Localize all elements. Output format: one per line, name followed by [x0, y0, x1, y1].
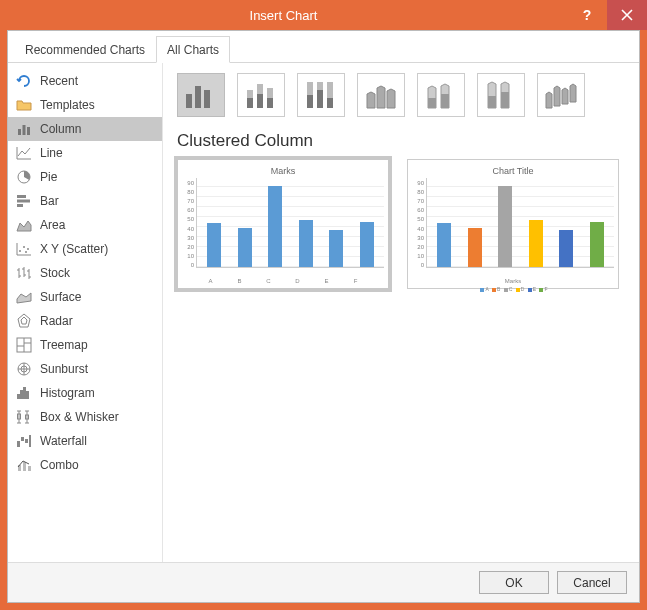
- sidebar-item-label: Bar: [40, 194, 59, 208]
- sidebar-item-label: Histogram: [40, 386, 95, 400]
- svg-point-10: [25, 251, 27, 253]
- sidebar-item-label: X Y (Scatter): [40, 242, 108, 256]
- chart-preview-1-title: Marks: [182, 166, 384, 176]
- sidebar-item-label: Surface: [40, 290, 81, 304]
- svg-rect-25: [23, 462, 26, 471]
- help-button[interactable]: ?: [567, 0, 607, 30]
- svg-rect-28: [195, 86, 201, 108]
- tab-all-charts[interactable]: All Charts: [156, 36, 230, 63]
- svg-rect-29: [204, 90, 210, 108]
- stacked-column-icon: [243, 80, 279, 110]
- svg-rect-33: [257, 94, 263, 108]
- pie-chart-icon: [16, 169, 32, 185]
- chart-preview-2-title: Chart Title: [412, 166, 614, 176]
- cancel-button[interactable]: Cancel: [557, 571, 627, 594]
- svg-point-8: [23, 246, 25, 248]
- chart-subtype-strip: [177, 73, 625, 117]
- chart-preview-2-plot: [426, 178, 614, 268]
- sidebar-item-treemap[interactable]: Treemap: [8, 333, 162, 357]
- box-whisker-chart-icon: [16, 409, 32, 425]
- column-3d-icon: [543, 80, 579, 110]
- sidebar-item-sunburst[interactable]: Sunburst: [8, 357, 162, 381]
- sidebar-item-label: Waterfall: [40, 434, 87, 448]
- sidebar-item-label: Templates: [40, 98, 95, 112]
- area-chart-icon: [16, 217, 32, 233]
- subtype-100-stacked-column[interactable]: [297, 73, 345, 117]
- svg-rect-35: [267, 98, 273, 108]
- sidebar-item-line[interactable]: Line: [8, 141, 162, 165]
- svg-rect-41: [327, 98, 333, 108]
- sidebar-item-stock[interactable]: Stock: [8, 261, 162, 285]
- combo-chart-icon: [16, 457, 32, 473]
- treemap-chart-icon: [16, 337, 32, 353]
- subtype-stacked-column[interactable]: [237, 73, 285, 117]
- sidebar-item-label: Treemap: [40, 338, 88, 352]
- svg-rect-37: [307, 95, 313, 108]
- sidebar-item-label: Combo: [40, 458, 79, 472]
- clustered-column-icon: [183, 80, 219, 110]
- svg-rect-21: [21, 437, 24, 441]
- sidebar-item-bar[interactable]: Bar: [8, 189, 162, 213]
- sidebar-item-templates[interactable]: Templates: [8, 93, 162, 117]
- sidebar-item-label: Stock: [40, 266, 70, 280]
- subtype-3d-100-stacked-column[interactable]: [477, 73, 525, 117]
- title-bar: Insert Chart ?: [0, 0, 647, 30]
- subtype-3d-clustered-column[interactable]: [357, 73, 405, 117]
- dialog-title: Insert Chart: [0, 8, 567, 23]
- sidebar-item-label: Recent: [40, 74, 78, 88]
- subtype-3d-column[interactable]: [537, 73, 585, 117]
- svg-rect-20: [17, 441, 20, 447]
- chart-previews: Marks 9080706050403020100: [177, 159, 625, 289]
- chart-preview-1[interactable]: Marks 9080706050403020100: [177, 159, 389, 289]
- stacked-column-3d-icon: [423, 80, 459, 110]
- radar-chart-icon: [16, 313, 32, 329]
- dialog-footer: OK Cancel: [8, 562, 639, 602]
- svg-rect-39: [317, 90, 323, 108]
- sidebar-item-surface[interactable]: Surface: [8, 285, 162, 309]
- svg-rect-22: [25, 439, 28, 443]
- sidebar-item-label: Radar: [40, 314, 73, 328]
- svg-rect-4: [17, 195, 26, 198]
- sidebar-item-radar[interactable]: Radar: [8, 309, 162, 333]
- svg-rect-5: [17, 200, 30, 203]
- sidebar-item-histogram[interactable]: Histogram: [8, 381, 162, 405]
- subtype-clustered-column[interactable]: [177, 73, 225, 117]
- sidebar-item-label: Area: [40, 218, 65, 232]
- scatter-chart-icon: [16, 241, 32, 257]
- svg-rect-26: [28, 466, 31, 471]
- sidebar-item-area[interactable]: Area: [8, 213, 162, 237]
- folder-icon: [16, 97, 32, 113]
- sidebar-item-xy[interactable]: X Y (Scatter): [8, 237, 162, 261]
- percent-stacked-column-icon: [303, 80, 339, 110]
- subtype-3d-stacked-column[interactable]: [417, 73, 465, 117]
- sidebar-item-waterfall[interactable]: Waterfall: [8, 429, 162, 453]
- svg-rect-17: [26, 391, 29, 399]
- sidebar-item-label: Sunburst: [40, 362, 88, 376]
- close-button[interactable]: [607, 0, 647, 30]
- sidebar-item-box[interactable]: Box & Whisker: [8, 405, 162, 429]
- sunburst-chart-icon: [16, 361, 32, 377]
- stock-chart-icon: [16, 265, 32, 281]
- sidebar-item-recent[interactable]: Recent: [8, 69, 162, 93]
- sidebar-item-combo[interactable]: Combo: [8, 453, 162, 477]
- ok-button[interactable]: OK: [479, 571, 549, 594]
- svg-rect-15: [20, 390, 23, 399]
- tab-recommended-charts[interactable]: Recommended Charts: [14, 36, 156, 63]
- sidebar-item-column[interactable]: Column: [8, 117, 162, 141]
- sidebar-item-label: Column: [40, 122, 81, 136]
- chart-preview-2-xlabel: Marks: [412, 278, 614, 284]
- svg-rect-23: [29, 435, 31, 447]
- svg-rect-2: [27, 127, 30, 135]
- clustered-column-3d-icon: [363, 80, 399, 110]
- chart-preview-1-yaxis: 9080706050403020100: [182, 178, 196, 278]
- tab-strip: Recommended Charts All Charts: [8, 31, 639, 63]
- chart-preview-2-yaxis: 9080706050403020100: [412, 178, 426, 278]
- surface-chart-icon: [16, 289, 32, 305]
- bar-chart-icon: [16, 193, 32, 209]
- sidebar-item-pie[interactable]: Pie: [8, 165, 162, 189]
- chart-preview-2[interactable]: Chart Title 9080706050403020100: [407, 159, 619, 289]
- dialog-body: Recent Templates Column Line Pie Bar: [8, 63, 639, 562]
- chart-preview-1-plot: [196, 178, 384, 268]
- chart-preview-1-xaxis: A B C D E F: [182, 278, 384, 284]
- chart-preview-2-legend: A B C D E F: [412, 286, 614, 292]
